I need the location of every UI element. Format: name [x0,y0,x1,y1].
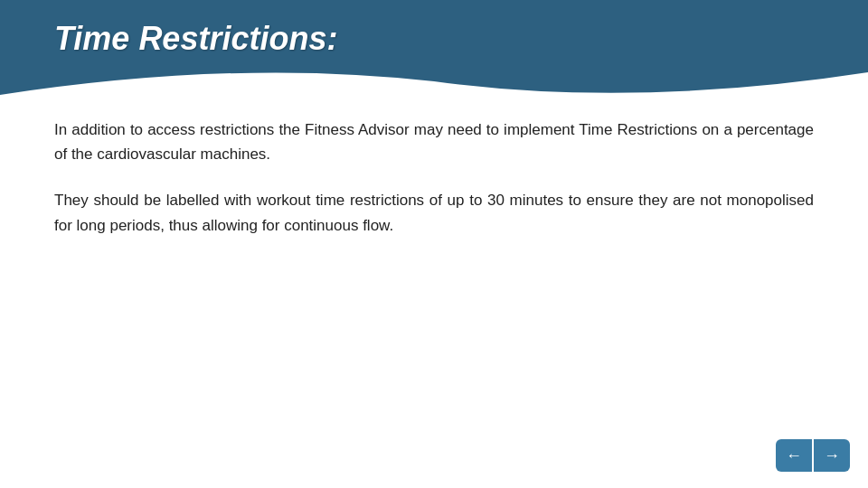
paragraph-1: In addition to access restrictions the F… [54,117,814,166]
slide-container: Time Restrictions: In addition to access… [0,0,868,488]
paragraph-2: They should be labelled with workout tim… [54,188,814,237]
forward-button[interactable]: → [814,439,850,472]
back-button[interactable]: ← [776,439,812,472]
navigation-buttons: ← → [776,439,850,472]
page-title: Time Restrictions: [54,20,337,58]
content-area: In addition to access restrictions the F… [54,117,814,434]
